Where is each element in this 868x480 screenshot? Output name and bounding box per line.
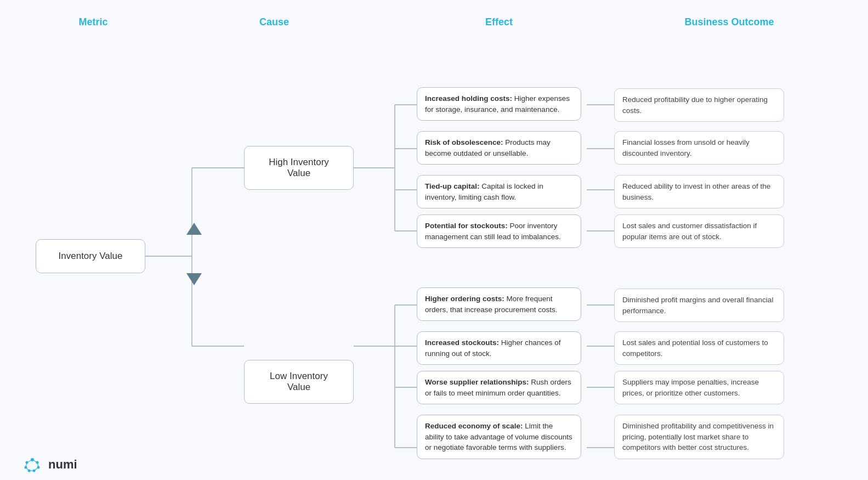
low-effect-1: Higher ordering costs: More frequent ord… — [417, 287, 581, 321]
high-outcome-2-text: Financial losses from unsold or heavily … — [622, 138, 750, 157]
low-effect-2-bold: Increased stockouts: — [425, 338, 499, 347]
low-effect-4-bold: Reduced economy of scale: — [425, 422, 523, 430]
high-outcome-3-text: Reduced ability to invest in other areas… — [622, 182, 770, 201]
low-outcome-1: Diminished profit margins and overall fi… — [614, 289, 784, 322]
low-effect-3: Worse supplier relationships: Rush order… — [417, 371, 581, 404]
high-effect-3: Tied-up capital: Capital is locked in in… — [417, 175, 581, 208]
high-effect-1: Increased holding costs: Higher expenses… — [417, 87, 581, 121]
high-cause-box: High Inventory Value — [244, 146, 354, 190]
header-metric: Metric — [33, 16, 154, 28]
low-outcome-4: Diminished profitability and competitive… — [614, 415, 784, 459]
high-outcome-2: Financial losses from unsold or heavily … — [614, 131, 784, 165]
arrow-up-icon — [186, 223, 202, 235]
low-effect-3-bold: Worse supplier relationships: — [425, 378, 529, 386]
numi-logo-icon — [22, 454, 43, 475]
high-effect-1-bold: Increased holding costs: — [425, 94, 512, 103]
logo: numi — [22, 454, 77, 475]
diagram: Inventory Value High Inventory Value Low… — [0, 33, 868, 480]
high-effect-4: Potential for stockouts: Poor inventory … — [417, 214, 581, 248]
header-cause: Cause — [197, 16, 351, 28]
arrow-down-icon — [186, 273, 202, 285]
high-effect-2-bold: Risk of obsolescence: — [425, 138, 503, 146]
low-cause-box: Low Inventory Value — [244, 360, 354, 404]
high-cause-label: High Inventory Value — [269, 157, 329, 179]
high-effect-3-bold: Tied-up capital: — [425, 182, 480, 190]
low-outcome-1-text: Diminished profit margins and overall fi… — [622, 296, 773, 315]
low-outcome-2: Lost sales and potential loss of custome… — [614, 331, 784, 365]
low-outcome-3: Suppliers may impose penalties, increase… — [614, 371, 784, 404]
metric-label: Inventory Value — [59, 251, 123, 262]
high-outcome-4: Lost sales and customer dissatisfaction … — [614, 214, 784, 248]
high-outcome-1: Reduced profitability due to higher oper… — [614, 88, 784, 122]
low-outcome-4-text: Diminished profitability and competitive… — [622, 422, 774, 451]
header-effect: Effect — [395, 16, 603, 28]
high-outcome-3: Reduced ability to invest in other areas… — [614, 175, 784, 208]
low-effect-4: Reduced economy of scale: Limit the abil… — [417, 415, 581, 459]
metric-box: Inventory Value — [36, 239, 145, 273]
low-outcome-2-text: Lost sales and potential loss of custome… — [622, 338, 768, 358]
high-effect-2: Risk of obsolescence: Products may becom… — [417, 131, 581, 165]
high-outcome-1-text: Reduced profitability due to higher oper… — [622, 95, 768, 115]
svg-line-35 — [26, 467, 29, 471]
high-outcome-4-text: Lost sales and customer dissatisfaction … — [622, 222, 757, 241]
low-effect-2: Increased stockouts: Higher chances of r… — [417, 331, 581, 365]
low-effect-1-bold: Higher ordering costs: — [425, 295, 504, 303]
header-outcome: Business Outcome — [636, 16, 822, 28]
low-cause-label: Low Inventory Value — [270, 371, 328, 393]
logo-name: numi — [48, 458, 77, 472]
high-effect-4-bold: Potential for stockouts: — [425, 222, 508, 230]
svg-line-33 — [34, 467, 38, 471]
low-outcome-3-text: Suppliers may impose penalties, increase… — [622, 378, 759, 397]
